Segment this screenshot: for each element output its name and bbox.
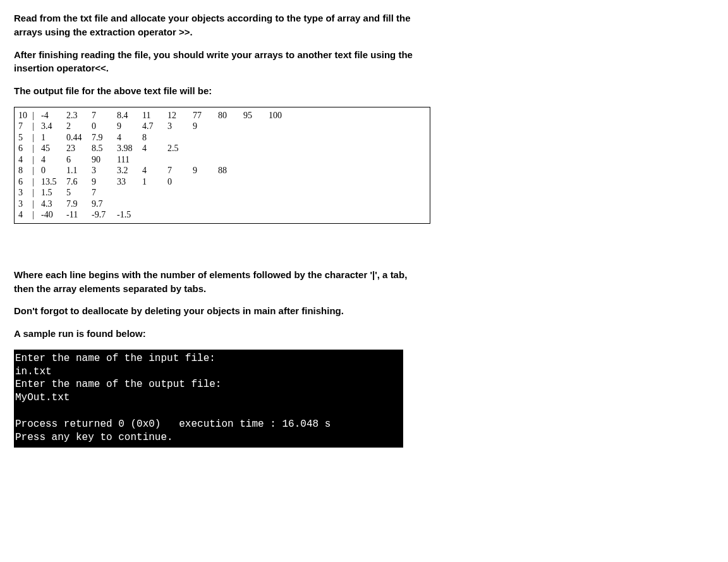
cell-value [167, 154, 193, 166]
cell-value [167, 209, 193, 221]
cell-value [243, 176, 269, 188]
cell-value [269, 165, 294, 176]
cell-value [193, 209, 218, 221]
cell-value: 4.3 [41, 199, 66, 210]
cell-value: 5 [66, 187, 92, 199]
cell-value: 8.5 [92, 143, 117, 154]
row-count: 5 [18, 132, 32, 144]
cell-value [218, 187, 243, 199]
cell-value: 7.9 [66, 199, 92, 210]
cell-value [243, 154, 269, 166]
cell-value: 9 [92, 176, 117, 188]
cell-value: 9.7 [92, 199, 117, 210]
row-count: 10 [18, 110, 32, 121]
cell-value: 3 [92, 165, 117, 176]
row-pipe: | [32, 209, 41, 221]
cell-value: 100 [269, 110, 294, 121]
cell-value: 7 [92, 187, 117, 199]
cell-value [243, 121, 269, 132]
cell-value: 33 [117, 176, 142, 188]
cell-value [142, 187, 167, 199]
cell-value: 0 [41, 165, 66, 176]
cell-value [167, 187, 193, 199]
table-row: 3|1.557 [18, 187, 294, 199]
row-pipe: | [32, 187, 41, 199]
cell-value: 2.5 [167, 143, 193, 154]
cell-value [269, 132, 294, 144]
explanation-paragraph: Where each line begins with the number o… [14, 268, 425, 296]
cell-value: 7 [92, 110, 117, 121]
cell-value: -4 [41, 110, 66, 121]
cell-value [218, 143, 243, 154]
cell-value [269, 121, 294, 132]
cell-value [218, 132, 243, 144]
cell-value: 4 [117, 132, 142, 144]
cell-value [167, 199, 193, 210]
row-count: 3 [18, 199, 32, 210]
row-pipe: | [32, 143, 41, 154]
row-count: 6 [18, 176, 32, 188]
row-pipe: | [32, 154, 41, 166]
deallocate-paragraph: Don't forgot to deallocate by deleting y… [14, 304, 425, 318]
cell-value: 2.3 [66, 110, 92, 121]
row-pipe: | [32, 165, 41, 176]
cell-value: 3.2 [117, 165, 142, 176]
table-row: 8|01.133.247988 [18, 165, 294, 176]
row-count: 8 [18, 165, 32, 176]
cell-value [218, 154, 243, 166]
row-count: 7 [18, 121, 32, 132]
cell-value: 23 [66, 143, 92, 154]
cell-value: 0.44 [66, 132, 92, 144]
cell-value: 77 [193, 110, 218, 121]
cell-value [218, 199, 243, 210]
cell-value [269, 154, 294, 166]
cell-value: 12 [167, 110, 193, 121]
cell-value: 6 [66, 154, 92, 166]
cell-value: 1.5 [41, 187, 66, 199]
cell-value [117, 187, 142, 199]
cell-value: 4 [142, 165, 167, 176]
cell-value [142, 199, 167, 210]
cell-value: 1 [41, 132, 66, 144]
cell-value: 9 [117, 121, 142, 132]
cell-value: 2 [66, 121, 92, 132]
cell-value [269, 176, 294, 188]
row-pipe: | [32, 199, 41, 210]
cell-value [193, 187, 218, 199]
cell-value: 3 [167, 121, 193, 132]
cell-value [269, 199, 294, 210]
cell-value: 7 [167, 165, 193, 176]
cell-value: 9 [193, 121, 218, 132]
table-row: 7|3.42094.739 [18, 121, 294, 132]
cell-value [193, 199, 218, 210]
cell-value: 11 [142, 110, 167, 121]
row-count: 3 [18, 187, 32, 199]
cell-value: -9.7 [92, 209, 117, 221]
row-pipe: | [32, 176, 41, 188]
table-row: 6|13.57.693310 [18, 176, 294, 188]
cell-value: 95 [243, 110, 269, 121]
cell-value [193, 176, 218, 188]
cell-value [243, 199, 269, 210]
cell-value [142, 154, 167, 166]
cell-value: 8 [142, 132, 167, 144]
cell-value: -11 [66, 209, 92, 221]
sample-run-heading: A sample run is found below: [14, 327, 425, 341]
cell-value: 111 [117, 154, 142, 166]
cell-value: 45 [41, 143, 66, 154]
cell-value [167, 132, 193, 144]
cell-value [218, 121, 243, 132]
cell-value: 13.5 [41, 176, 66, 188]
cell-value [243, 209, 269, 221]
cell-value: 3.98 [117, 143, 142, 154]
cell-value [218, 176, 243, 188]
cell-value: 7.6 [66, 176, 92, 188]
table-row: 5|10.447.948 [18, 132, 294, 144]
table-row: 4|-40-11-9.7-1.5 [18, 209, 294, 221]
intro-paragraph-2: After finishing reading the file, you sh… [14, 48, 425, 76]
cell-value [269, 143, 294, 154]
row-pipe: | [32, 110, 41, 121]
terminal-output: Enter the name of the input file: in.txt… [14, 350, 403, 448]
cell-value: 9 [193, 165, 218, 176]
intro-paragraph-1: Read from the txt file and allocate your… [14, 11, 425, 39]
